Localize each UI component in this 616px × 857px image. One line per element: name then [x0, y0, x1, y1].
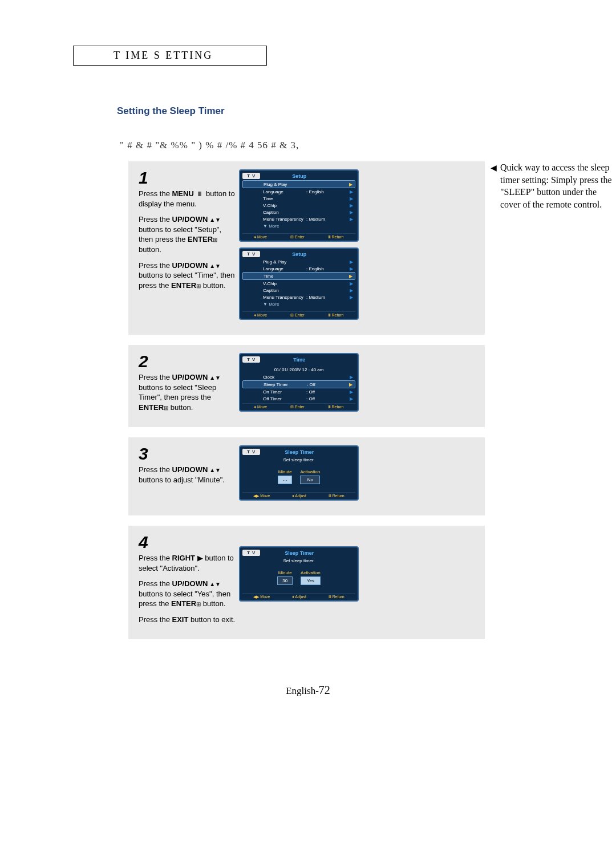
t: ENTER	[188, 235, 213, 243]
steps-column: 1 Press the MENU Ⅲ button to display the…	[128, 161, 485, 649]
tv-badge: T V	[242, 251, 260, 257]
hint-enter: ⊞ Enter	[290, 235, 305, 239]
osd-setup-2: T V Setup Plug & Play▶ Language: English…	[239, 247, 359, 320]
osd-row-lang: Language: English▶	[242, 188, 355, 195]
l: Activation	[300, 469, 320, 474]
osd-row-ontimer: On Timer: Off▶	[242, 388, 355, 395]
step-1: 1 Press the MENU Ⅲ button to display the…	[128, 161, 485, 335]
l: Activation	[301, 570, 321, 575]
enter-icon: ⊞	[164, 405, 168, 411]
chevron-right-icon: ▶	[350, 217, 353, 222]
t: button.	[139, 245, 161, 254]
sleep-cols: Minute - - Activation No	[242, 467, 355, 491]
step-4-text: 4 Press the RIGHT ▶ button to select "Ac…	[139, 534, 236, 630]
osd-setsleep: Set sleep timer.	[242, 557, 355, 568]
hint-enter: ⊞ Enter	[290, 405, 305, 409]
osd-footer: ◀▶ Move ♦ Adjust Ⅲ Return	[242, 492, 355, 498]
chevron-right-icon: ▶	[350, 389, 353, 395]
step-2-screens: T V Time 01/ 01/ 2005/ 12 : 40 am Clock▶…	[239, 353, 359, 417]
step-2: 2 Press the UP/DOWN ▲▼ buttons to select…	[128, 345, 485, 427]
t: Press the	[139, 554, 172, 562]
v: : Medium	[306, 217, 350, 222]
t: button.	[201, 281, 225, 290]
tv-badge: T V	[242, 356, 260, 363]
l: V-Chip	[263, 281, 306, 286]
activation-value: Yes	[301, 576, 321, 585]
chevron-right-icon: ▶	[350, 196, 353, 201]
t: Press the	[139, 465, 172, 474]
hint-move: ♦ Move	[254, 235, 267, 239]
sleep-activation-col: Activation Yes	[301, 570, 321, 585]
chevron-right-icon: ▶	[350, 295, 353, 300]
step-3-text: 3 Press the UP/DOWN ▲▼ buttons to adjust…	[139, 445, 236, 490]
chevron-right-icon: ▶	[350, 281, 353, 286]
v: : Off	[306, 396, 350, 401]
t: MENU	[172, 189, 194, 198]
t: button.	[201, 599, 225, 608]
osd-title: Setup	[260, 251, 338, 257]
step-1-screens: T V Setup Plug & Play▶ Language: English…	[239, 169, 359, 326]
hint-return: Ⅲ Return	[329, 494, 345, 498]
t: Press the	[139, 579, 172, 588]
sleep-minute-col: Minute - -	[278, 469, 293, 484]
subheading: Setting the Sleep Timer	[117, 105, 616, 117]
sleep-minute-col: Minute 30	[277, 570, 293, 585]
step-2-text: 2 Press the UP/DOWN ▲▼ buttons to select…	[139, 353, 236, 418]
osd-title: Sleep Timer	[260, 550, 338, 556]
step-2-number: 2	[139, 353, 236, 370]
t: Press the	[139, 189, 172, 198]
step-3-number: 3	[139, 445, 236, 462]
osd-footer: ♦ Move ⊞ Enter Ⅲ Return	[242, 311, 355, 318]
osd-row-caption: Caption▶	[242, 287, 355, 294]
tv-badge: T V	[242, 550, 260, 556]
t: buttons to select "Sleep Timer", then pr…	[139, 383, 216, 402]
tv-badge: T V	[242, 449, 260, 455]
l: Language	[263, 266, 306, 271]
chevron-right-icon: ▶	[350, 396, 353, 401]
osd-title: Sleep Timer	[260, 449, 338, 455]
hint-move: ◀▶ Move	[253, 595, 270, 599]
v: : Off	[306, 389, 350, 395]
page-num-value: 72	[319, 684, 330, 696]
t: UP/DOWN	[172, 579, 208, 588]
t: buttons to adjust "Minute".	[139, 476, 225, 484]
step-4: 4 Press the RIGHT ▶ button to select "Ac…	[128, 526, 485, 639]
chevron-right-icon: ▶	[350, 375, 353, 380]
chevron-right-icon: ▶	[350, 266, 353, 271]
manual-page: T IME S ETTING Setting the Sleep Timer "…	[0, 0, 616, 731]
osd-row-vchip: V-Chip▶	[242, 202, 355, 209]
osd-setsleep: Set sleep timer.	[242, 456, 355, 467]
t: ENTER	[139, 403, 164, 412]
osd-row-plug: Plug & Play▶	[242, 258, 355, 265]
t: button.	[168, 403, 193, 412]
osd-footer: ♦ Move ⊞ Enter Ⅲ Return	[242, 403, 355, 409]
osd-row-offtimer: Off Timer: Off▶	[242, 395, 355, 402]
section-header: T IME S ETTING	[114, 50, 213, 61]
t: button to exit.	[188, 615, 235, 624]
t: ENTER	[171, 281, 196, 290]
chevron-right-icon: ▶	[350, 288, 353, 293]
chevron-right-icon: ▶	[350, 210, 353, 215]
l: V-Chip	[263, 203, 306, 208]
content-wrap: 1 Press the MENU Ⅲ button to display the…	[0, 161, 616, 649]
updown-icon: ▲▼	[208, 375, 221, 381]
v: : Medium	[306, 295, 350, 300]
t: RIGHT	[172, 554, 195, 562]
t: Press the	[139, 373, 172, 381]
hint-move: ♦ Move	[254, 405, 267, 409]
osd-row-clock: Clock▶	[242, 373, 355, 380]
chevron-right-icon: ▶	[349, 274, 352, 279]
minute-value: - -	[278, 476, 293, 484]
step-1-text: 1 Press the MENU Ⅲ button to display the…	[139, 169, 236, 296]
sleep-activation-col: Activation No	[300, 469, 320, 484]
page-number: English-72	[0, 684, 616, 697]
enter-icon: ⊞	[196, 283, 201, 289]
l: Sleep Timer	[264, 382, 307, 387]
osd-title: Time	[260, 357, 338, 363]
updown-icon: ▲▼	[208, 467, 221, 473]
osd-row-time: Time▶	[242, 272, 355, 280]
t: UP/DOWN	[172, 215, 208, 224]
tip-row: ◀ Quick way to access the sleep timer se…	[491, 161, 616, 210]
osd-sleep-1: T V Sleep Timer Set sleep timer. Minute …	[239, 445, 359, 501]
l: Plug & Play	[263, 259, 306, 265]
